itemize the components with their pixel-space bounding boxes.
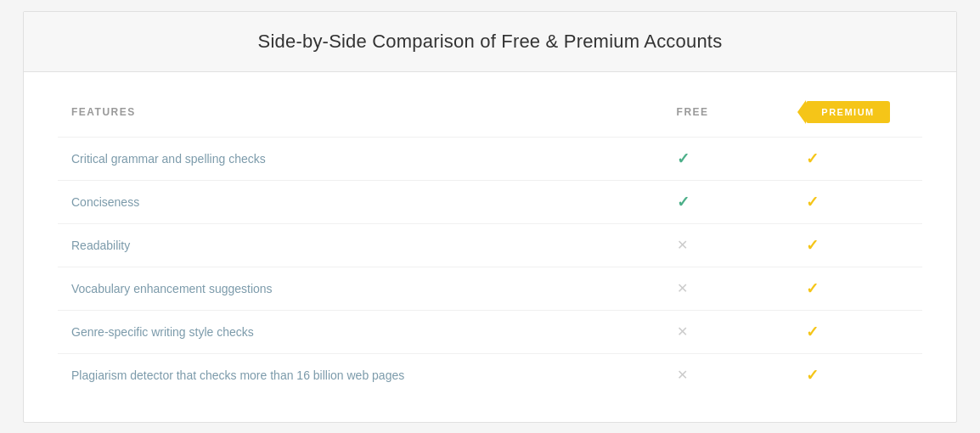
feature-name: Vocabulary enhancement suggestions (58, 267, 663, 310)
free-status: ✓ (663, 137, 793, 180)
free-status: ✕ (663, 223, 793, 267)
check-icon: ✓ (806, 280, 819, 297)
feature-name: Genre-specific writing style checks (58, 310, 663, 353)
card-header: Side-by-Side Comparison of Free & Premiu… (24, 12, 956, 72)
comparison-card: Side-by-Side Comparison of Free & Premiu… (23, 11, 957, 423)
table-row: Critical grammar and spelling checks✓✓ (58, 137, 922, 180)
feature-name: Plagiarism detector that checks more tha… (58, 353, 663, 396)
cross-icon: ✕ (677, 238, 688, 252)
cross-icon: ✕ (677, 368, 688, 382)
check-icon: ✓ (806, 150, 819, 167)
page-title: Side-by-Side Comparison of Free & Premiu… (41, 31, 939, 53)
check-icon: ✓ (677, 194, 690, 211)
feature-name: Critical grammar and spelling checks (58, 137, 663, 180)
free-status: ✓ (663, 180, 793, 223)
premium-status: ✓ (792, 267, 922, 310)
check-icon: ✓ (806, 367, 819, 384)
card-body: FEATURES FREE PREMIUM Critical grammar a… (24, 72, 956, 422)
table-row: Conciseness✓✓ (58, 180, 922, 223)
table-row: Vocabulary enhancement suggestions✕✓ (58, 267, 922, 310)
premium-status: ✓ (792, 310, 922, 353)
premium-column-header: PREMIUM (792, 89, 922, 138)
premium-status: ✓ (792, 223, 922, 267)
premium-badge: PREMIUM (806, 101, 889, 123)
table-row: Plagiarism detector that checks more tha… (58, 353, 922, 396)
comparison-table: FEATURES FREE PREMIUM Critical grammar a… (58, 89, 922, 396)
cross-icon: ✕ (677, 281, 688, 295)
table-row: Genre-specific writing style checks✕✓ (58, 310, 922, 353)
premium-status: ✓ (792, 137, 922, 180)
free-status: ✕ (663, 310, 793, 353)
free-status: ✕ (663, 267, 793, 310)
premium-status: ✓ (792, 180, 922, 223)
features-column-header: FEATURES (58, 89, 663, 138)
feature-name: Conciseness (58, 180, 663, 223)
check-icon: ✓ (806, 237, 819, 254)
free-column-header: FREE (663, 89, 793, 138)
premium-status: ✓ (792, 353, 922, 396)
check-icon: ✓ (677, 150, 690, 167)
feature-name: Readability (58, 223, 663, 267)
cross-icon: ✕ (677, 324, 688, 339)
check-icon: ✓ (806, 323, 819, 340)
table-row: Readability✕✓ (58, 223, 922, 267)
check-icon: ✓ (806, 194, 819, 211)
free-status: ✕ (663, 353, 793, 396)
